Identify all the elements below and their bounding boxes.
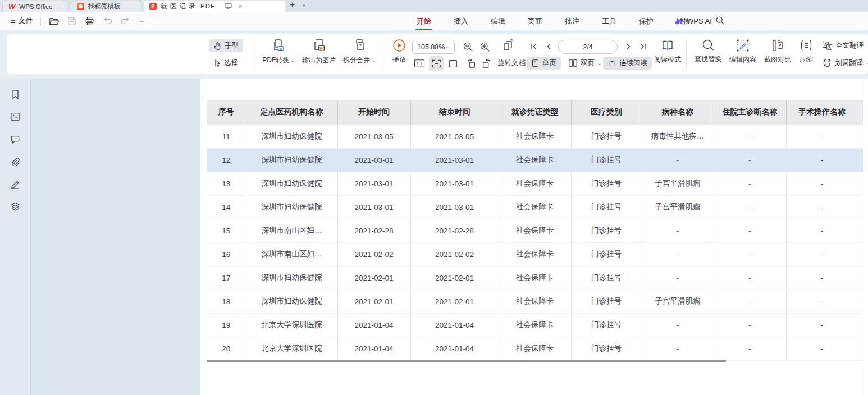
table-cell: 2021-01-04 — [337, 313, 410, 337]
new-tab-button[interactable]: + — [290, 0, 295, 10]
menu-bar: ☰ 文件 — [0, 12, 868, 30]
table-cell: 13 — [207, 172, 246, 195]
first-page-icon[interactable] — [527, 39, 541, 54]
table-bottom-rule — [207, 360, 726, 362]
layers-icon[interactable] — [9, 200, 21, 213]
divider — [686, 39, 687, 68]
split-merge-button[interactable]: 拆分合并⌄ — [339, 38, 380, 65]
table-cell: - — [642, 313, 714, 337]
zoom-in-icon[interactable] — [477, 39, 492, 54]
table-cell: 2021-03-05 — [410, 125, 499, 148]
table-cell: 社会保障卡 — [499, 125, 571, 148]
rotate-document-button[interactable]: 旋转文档 — [497, 58, 526, 68]
save-icon[interactable] — [67, 16, 77, 26]
table-row[interactable]: 20北京大学深圳医院2021-01-042021-01-04社会保障卡门诊挂号-… — [207, 337, 863, 360]
table-cell: - — [714, 195, 786, 219]
prev-page-icon[interactable] — [542, 39, 556, 54]
menu-tab-protect[interactable]: 保护 — [638, 15, 655, 27]
attachment-icon[interactable] — [9, 155, 21, 168]
document-canvas[interactable] — [31, 79, 200, 395]
tab-wps-office[interactable]: W WPS Office — [2, 1, 67, 12]
wps-pdf-app: W WPS Office 找稻壳模板 P 就 医 记 录 .PDF × + ⌄ … — [0, 0, 868, 395]
table-cell: - — [714, 290, 786, 313]
svg-text:W: W — [279, 47, 282, 50]
menu-tab-comment[interactable]: 批注 — [564, 15, 581, 27]
bookmark-icon[interactable] — [9, 88, 21, 100]
open-file-icon[interactable] — [49, 16, 59, 26]
table-cell: 门诊挂号 — [571, 242, 642, 266]
menu-search-icon[interactable] — [715, 16, 725, 25]
find-replace-button[interactable]: 查找替换 — [691, 38, 725, 64]
col-header: 病种名称 — [642, 100, 714, 125]
menu-tab-edit[interactable]: 编辑 — [490, 15, 506, 27]
last-page-icon[interactable] — [636, 39, 650, 54]
tab-docer-templates[interactable]: 找稻壳模板 — [71, 1, 141, 12]
table-row[interactable]: 13深圳市妇幼保健院2021-03-012021-03-01社会保障卡门诊挂号子… — [207, 172, 863, 195]
edit-content-button[interactable]: 编辑内容 — [725, 38, 760, 65]
next-page-icon[interactable] — [621, 39, 636, 54]
table-cell: - — [642, 219, 714, 242]
thumbnail-icon[interactable] — [9, 111, 21, 123]
continuous-read-button[interactable]: 连续阅读 — [603, 57, 652, 70]
menu-tab-home[interactable]: 开始 — [415, 15, 432, 27]
compress-button[interactable]: 压缩 — [794, 38, 819, 65]
zoom-level-select[interactable]: 105.88% ⌄ — [412, 40, 455, 54]
table-row[interactable]: 14深圳市妇幼保健院2021-03-012021-03-01社会保障卡门诊挂号子… — [207, 195, 863, 219]
table-row[interactable]: 17深圳市妇幼保健院2021-02-012021-02-01社会保障卡门诊挂号-… — [207, 266, 863, 290]
quickbar-chevron-icon[interactable]: ⌄ — [139, 18, 144, 24]
window-tab-bar: W WPS Office 找稻壳模板 P 就 医 记 录 .PDF × + ⌄ — [0, 0, 868, 12]
select-tool-button[interactable]: 选择 — [209, 57, 243, 70]
table-cell: 深圳市妇幼保健院 — [246, 148, 337, 172]
table-row[interactable]: 15深圳市南山区妇…2021-02-282021-02-28社会保障卡门诊挂号-… — [207, 219, 863, 242]
table-cell: 门诊挂号 — [571, 172, 642, 195]
tab-list-chevron-icon[interactable]: ⌄ — [301, 1, 306, 7]
table-row[interactable]: 11深圳市妇幼保健院2021-03-052021-03-05社会保障卡门诊挂号病… — [207, 125, 863, 148]
pdf-page[interactable]: 序号 定点医药机构名称 开始时间 结束时间 就诊凭证类型 医疗类别 病种名称 住… — [200, 79, 868, 395]
table-row[interactable]: 16深圳市南山区妇…2021-02-022021-02-02社会保障卡门诊挂号-… — [207, 242, 863, 266]
page-number-input[interactable]: 2/4 — [558, 40, 618, 54]
pdf-convert-button[interactable]: W PDF转换⌄ — [258, 38, 299, 65]
col-header: 开始时间 — [337, 100, 410, 125]
hand-tool-button[interactable]: 手型 — [209, 39, 243, 52]
print-icon[interactable] — [85, 16, 95, 26]
play-button[interactable]: 播放 — [386, 38, 412, 65]
table-cell: - — [786, 313, 858, 337]
double-page-view-button[interactable]: 双页 ⌄ — [564, 57, 606, 70]
col-header: 就诊凭证类型 — [499, 100, 571, 125]
word-translate-button[interactable]: 文 A 划词翻译 ⌄ — [822, 58, 868, 68]
table-cell: 20 — [207, 337, 246, 360]
read-mode-button[interactable]: 阅读模式 — [651, 38, 684, 65]
export-image-button[interactable]: 输出为图片 — [299, 38, 339, 65]
close-tab-icon[interactable]: × — [238, 2, 243, 11]
table-cell: - — [714, 266, 786, 290]
table-cell: 2021-01-04 — [337, 337, 410, 360]
signature-pen-icon[interactable] — [9, 178, 21, 190]
tab-document[interactable]: P 就 医 记 录 .PDF × — [144, 1, 285, 12]
fit-page-icon[interactable] — [446, 56, 460, 71]
menu-tab-page[interactable]: 页面 — [527, 15, 543, 27]
table-cell: - — [714, 313, 786, 337]
table-row[interactable]: 12深圳市妇幼保健院2021-03-012021-03-01社会保障卡门诊挂号-… — [207, 148, 863, 172]
menu-tab-insert[interactable]: 插入 — [453, 15, 469, 27]
menu-tab-tools[interactable]: 工具 — [601, 15, 618, 27]
rotate-right-icon[interactable] — [479, 56, 494, 71]
full-translate-button[interactable]: A 全文翻译 — [822, 41, 864, 50]
redo-icon[interactable] — [121, 16, 131, 26]
file-menu-button[interactable]: ☰ 文件 — [10, 16, 33, 26]
wps-ai-button[interactable]: WPS AI — [674, 12, 712, 30]
zoom-out-icon[interactable] — [460, 39, 475, 54]
document-title: 就 医 记 录 .PDF — [161, 2, 215, 11]
tab-label: WPS Office — [19, 3, 52, 10]
comment-icon[interactable] — [9, 133, 21, 145]
table-row[interactable]: 19北京大学深圳医院2021-01-042021-01-04社会保障卡门诊挂号-… — [207, 313, 863, 337]
undo-icon[interactable] — [103, 16, 113, 26]
single-page-view-button[interactable]: 单页 — [527, 57, 561, 70]
table-row[interactable]: 18深圳市妇幼保健院2021-02-012021-02-01社会保障卡门诊挂号子… — [207, 290, 863, 313]
rotate-pages-icon[interactable] — [501, 38, 515, 53]
table-cell: - — [714, 219, 786, 242]
rotate-left-icon[interactable] — [464, 56, 478, 71]
actual-size-icon[interactable]: 1:1 — [412, 56, 427, 71]
fit-width-icon[interactable] — [429, 56, 444, 71]
screenshot-compare-button[interactable]: 截图对比 — [760, 38, 795, 65]
present-screen-icon[interactable] — [225, 3, 232, 10]
